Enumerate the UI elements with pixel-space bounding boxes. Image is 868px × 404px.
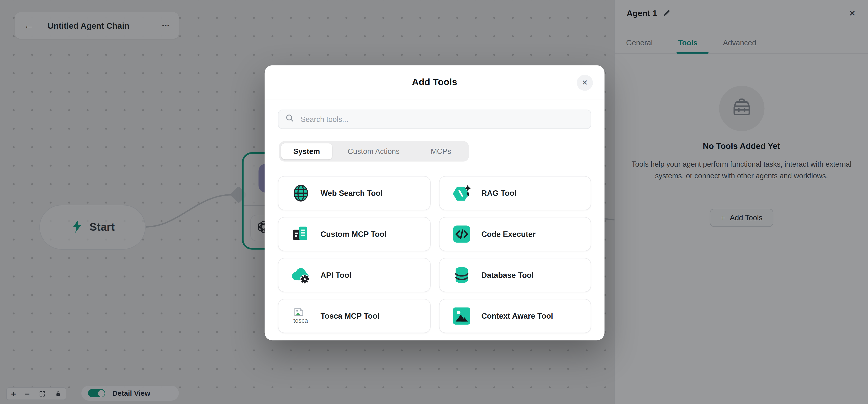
tools-grid: Web Search Tool RAG Tool (278, 176, 591, 333)
search-input[interactable] (300, 115, 584, 124)
tool-label: Context Aware Tool (482, 312, 553, 320)
tool-card-api[interactable]: API Tool (278, 258, 430, 292)
rag-hexagon-icon (451, 182, 472, 204)
tab-custom-actions[interactable]: Custom Actions (332, 144, 415, 160)
search-icon (285, 114, 294, 125)
mcp-server-icon (290, 223, 311, 245)
tool-card-custom-mcp[interactable]: Custom MCP Tool (278, 217, 430, 251)
tool-card-web-search[interactable]: Web Search Tool (278, 176, 430, 210)
tool-label: Tosca MCP Tool (320, 312, 379, 320)
tosca-alt-text: tosca (293, 316, 308, 325)
globe-icon (290, 182, 311, 204)
tab-system[interactable]: System (281, 144, 332, 160)
picture-icon (451, 305, 472, 327)
tool-card-database[interactable]: Database Tool (439, 258, 591, 292)
broken-image-icon: tosca (293, 307, 308, 330)
tool-card-code-executer[interactable]: Code Executer (439, 217, 591, 251)
tool-label: Web Search Tool (320, 189, 382, 197)
add-tools-modal: Add Tools ✕ System Custom Actions MCPs (265, 65, 604, 340)
modal-close-button[interactable]: ✕ (577, 75, 593, 91)
tool-category-tabs: System Custom Actions MCPs (279, 141, 469, 161)
tool-card-tosca-mcp[interactable]: tosca Tosca MCP Tool (278, 299, 430, 333)
search-box (278, 110, 591, 129)
tool-card-rag[interactable]: RAG Tool (439, 176, 591, 210)
tool-card-context-aware[interactable]: Context Aware Tool (439, 299, 591, 333)
stage: ← Untitled Agent Chain ••• (0, 0, 868, 404)
modal-divider (265, 100, 604, 100)
tool-label: RAG Tool (482, 189, 517, 197)
tab-mcps[interactable]: MCPs (415, 144, 467, 160)
tool-label: Database Tool (482, 271, 534, 279)
cloud-gear-icon (290, 264, 311, 286)
tool-label: API Tool (320, 271, 351, 279)
database-icon (451, 264, 472, 286)
tool-label: Code Executer (482, 230, 536, 239)
tool-label: Custom MCP Tool (320, 230, 386, 239)
modal-title: Add Tools (265, 77, 604, 88)
app-viewport: ← Untitled Agent Chain ••• (0, 0, 868, 404)
code-brackets-icon (451, 223, 472, 245)
